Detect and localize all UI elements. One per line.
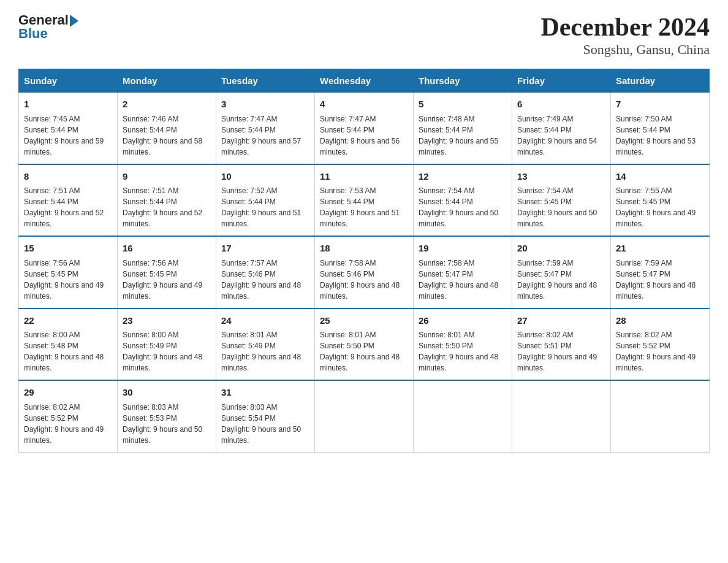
- daylight-text: Daylight: 9 hours and 51 minutes.: [320, 209, 400, 228]
- calendar-cell: [315, 380, 414, 452]
- calendar-cell: 28Sunrise: 8:02 AMSunset: 5:52 PMDayligh…: [611, 308, 710, 381]
- calendar-header-wednesday: Wednesday: [315, 69, 414, 93]
- calendar-cell: 22Sunrise: 8:00 AMSunset: 5:48 PMDayligh…: [19, 308, 118, 381]
- day-number: 4: [320, 98, 408, 112]
- calendar-cell: 4Sunrise: 7:47 AMSunset: 5:44 PMDaylight…: [315, 93, 414, 164]
- sunrise-text: Sunrise: 7:47 AM: [320, 115, 376, 123]
- sunset-text: Sunset: 5:45 PM: [517, 197, 572, 206]
- sunset-text: Sunset: 5:44 PM: [221, 126, 276, 134]
- calendar-cell: 19Sunrise: 7:58 AMSunset: 5:47 PMDayligh…: [414, 236, 512, 308]
- sunrise-text: Sunrise: 7:50 AM: [616, 115, 672, 123]
- sunset-text: Sunset: 5:44 PM: [24, 126, 78, 134]
- daylight-text: Daylight: 9 hours and 48 minutes.: [320, 281, 400, 301]
- calendar-cell: 30Sunrise: 8:03 AMSunset: 5:53 PMDayligh…: [118, 380, 216, 452]
- sunrise-text: Sunrise: 7:46 AM: [123, 115, 178, 123]
- calendar-header-friday: Friday: [512, 69, 611, 93]
- sunset-text: Sunset: 5:47 PM: [517, 270, 572, 278]
- calendar-header-monday: Monday: [118, 69, 216, 93]
- sunset-text: Sunset: 5:44 PM: [123, 197, 177, 206]
- calendar-cell: 31Sunrise: 8:03 AMSunset: 5:54 PMDayligh…: [216, 380, 315, 452]
- day-number: 14: [616, 170, 704, 184]
- daylight-text: Daylight: 9 hours and 53 minutes.: [616, 137, 696, 156]
- sunset-text: Sunset: 5:44 PM: [419, 126, 473, 134]
- day-number: 2: [123, 98, 211, 112]
- sunrise-text: Sunrise: 8:00 AM: [24, 331, 80, 339]
- calendar-cell: 21Sunrise: 7:59 AMSunset: 5:47 PMDayligh…: [611, 236, 710, 308]
- logo: General Blue: [18, 12, 78, 42]
- day-number: 30: [123, 386, 211, 400]
- sunset-text: Sunset: 5:52 PM: [24, 414, 78, 423]
- daylight-text: Daylight: 9 hours and 48 minutes.: [419, 353, 498, 372]
- sunset-text: Sunset: 5:50 PM: [419, 342, 473, 350]
- daylight-text: Daylight: 9 hours and 49 minutes.: [123, 281, 202, 301]
- day-number: 3: [221, 98, 309, 112]
- calendar-cell: 12Sunrise: 7:54 AMSunset: 5:44 PMDayligh…: [414, 164, 512, 237]
- daylight-text: Daylight: 9 hours and 48 minutes.: [221, 353, 301, 372]
- day-number: 17: [221, 242, 309, 256]
- sunrise-text: Sunrise: 7:54 AM: [517, 186, 573, 195]
- daylight-text: Daylight: 9 hours and 50 minutes.: [123, 425, 202, 445]
- sunset-text: Sunset: 5:44 PM: [419, 197, 473, 206]
- day-number: 13: [517, 170, 605, 184]
- sunrise-text: Sunrise: 8:02 AM: [517, 331, 573, 339]
- sunrise-text: Sunrise: 7:57 AM: [221, 259, 277, 267]
- calendar-cell: 26Sunrise: 8:01 AMSunset: 5:50 PMDayligh…: [414, 308, 512, 381]
- sunset-text: Sunset: 5:52 PM: [616, 342, 670, 350]
- day-number: 20: [517, 242, 605, 256]
- sunrise-text: Sunrise: 7:48 AM: [419, 115, 474, 123]
- sunrise-text: Sunrise: 8:03 AM: [221, 403, 277, 412]
- day-number: 12: [419, 170, 507, 184]
- calendar-cell: 24Sunrise: 8:01 AMSunset: 5:49 PMDayligh…: [216, 308, 315, 381]
- calendar-header-thursday: Thursday: [414, 69, 512, 93]
- calendar-cell: [512, 380, 611, 452]
- sunrise-text: Sunrise: 8:00 AM: [123, 331, 178, 339]
- daylight-text: Daylight: 9 hours and 48 minutes.: [123, 353, 202, 372]
- calendar-cell: 29Sunrise: 8:02 AMSunset: 5:52 PMDayligh…: [19, 380, 118, 452]
- sunrise-text: Sunrise: 7:49 AM: [517, 115, 573, 123]
- calendar-cell: 1Sunrise: 7:45 AMSunset: 5:44 PMDaylight…: [19, 93, 118, 164]
- calendar-cell: 18Sunrise: 7:58 AMSunset: 5:46 PMDayligh…: [315, 236, 414, 308]
- calendar-cell: 13Sunrise: 7:54 AMSunset: 5:45 PMDayligh…: [512, 164, 611, 237]
- day-number: 15: [24, 242, 112, 256]
- calendar-cell: 15Sunrise: 7:56 AMSunset: 5:45 PMDayligh…: [19, 236, 118, 308]
- sunset-text: Sunset: 5:47 PM: [616, 270, 670, 278]
- day-number: 25: [320, 314, 408, 328]
- daylight-text: Daylight: 9 hours and 50 minutes.: [517, 209, 597, 228]
- calendar-cell: 8Sunrise: 7:51 AMSunset: 5:44 PMDaylight…: [19, 164, 118, 237]
- daylight-text: Daylight: 9 hours and 52 minutes.: [123, 209, 202, 228]
- daylight-text: Daylight: 9 hours and 55 minutes.: [419, 137, 498, 156]
- sunrise-text: Sunrise: 7:54 AM: [419, 186, 474, 195]
- sunrise-text: Sunrise: 7:52 AM: [221, 186, 277, 195]
- day-number: 1: [24, 98, 112, 112]
- calendar-week-row: 29Sunrise: 8:02 AMSunset: 5:52 PMDayligh…: [19, 380, 710, 452]
- calendar-cell: 2Sunrise: 7:46 AMSunset: 5:44 PMDaylight…: [118, 93, 216, 164]
- day-number: 6: [517, 98, 605, 112]
- calendar-cell: [414, 380, 512, 452]
- sunrise-text: Sunrise: 7:55 AM: [616, 186, 672, 195]
- calendar-cell: 6Sunrise: 7:49 AMSunset: 5:44 PMDaylight…: [512, 93, 611, 164]
- day-number: 27: [517, 314, 605, 328]
- daylight-text: Daylight: 9 hours and 51 minutes.: [221, 209, 301, 228]
- sunrise-text: Sunrise: 8:02 AM: [616, 331, 672, 339]
- daylight-text: Daylight: 9 hours and 52 minutes.: [24, 209, 104, 228]
- daylight-text: Daylight: 9 hours and 50 minutes.: [419, 209, 498, 228]
- daylight-text: Daylight: 9 hours and 50 minutes.: [221, 425, 301, 445]
- day-number: 11: [320, 170, 408, 184]
- day-number: 9: [123, 170, 211, 184]
- calendar-cell: 11Sunrise: 7:53 AMSunset: 5:44 PMDayligh…: [315, 164, 414, 237]
- sunrise-text: Sunrise: 8:02 AM: [24, 403, 80, 412]
- day-number: 31: [221, 386, 309, 400]
- day-number: 7: [616, 98, 704, 112]
- daylight-text: Daylight: 9 hours and 48 minutes.: [616, 281, 696, 301]
- sunset-text: Sunset: 5:45 PM: [123, 270, 177, 278]
- sunset-text: Sunset: 5:44 PM: [517, 126, 572, 134]
- calendar-header-sunday: Sunday: [19, 69, 118, 93]
- daylight-text: Daylight: 9 hours and 48 minutes.: [517, 281, 597, 301]
- sunset-text: Sunset: 5:46 PM: [221, 270, 276, 278]
- sunset-text: Sunset: 5:49 PM: [221, 342, 276, 350]
- page-subtitle: Songshu, Gansu, China: [540, 42, 710, 58]
- day-number: 29: [24, 386, 112, 400]
- day-number: 16: [123, 242, 211, 256]
- day-number: 10: [221, 170, 309, 184]
- sunrise-text: Sunrise: 7:51 AM: [24, 186, 80, 195]
